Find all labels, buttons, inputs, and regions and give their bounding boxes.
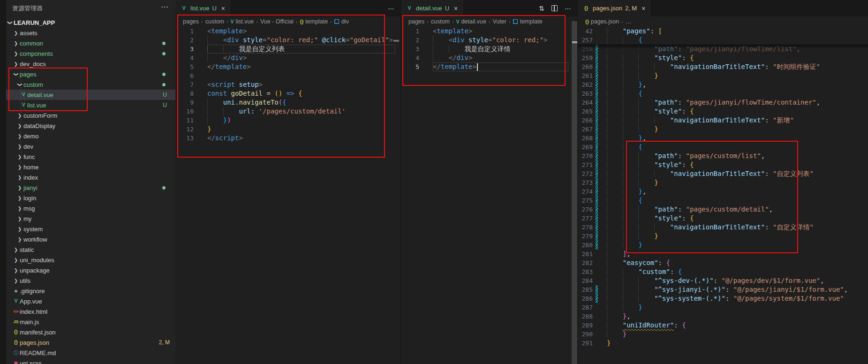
breadcrumb-item[interactable]: {}pages.json: [585, 18, 619, 25]
sidebar-item-README.md[interactable]: ⓘREADME.md: [6, 348, 175, 358]
code-line[interactable]: 268 },: [578, 134, 868, 143]
editor-group-divider[interactable]: [577, 0, 578, 364]
sidebar-item-customForm[interactable]: ❯customForm: [6, 110, 175, 121]
sidebar-item-jianyi[interactable]: ❯jianyi: [6, 182, 175, 193]
code-line[interactable]: 283 "custom": {: [578, 267, 868, 276]
sidebar-item-detail.vue[interactable]: Vdetail.vueU: [6, 90, 175, 100]
breadcrumb-item[interactable]: Vue - Official: [260, 18, 294, 25]
sidebar-item-pages[interactable]: ❯pages: [6, 69, 175, 79]
sidebar-item-main.js[interactable]: JSmain.js: [6, 317, 175, 327]
breadcrumb-item[interactable]: div: [334, 18, 349, 25]
code-line[interactable]: 276 "path": "pages/custom/detail",: [578, 205, 868, 214]
breadcrumb-item[interactable]: pages: [183, 18, 199, 25]
code-line[interactable]: 270 "path": "pages/custom/list",: [578, 152, 868, 160]
code-line[interactable]: 260 "navigationBarTitleText": "时间组件验证": [578, 62, 868, 71]
code-line[interactable]: 8const goDetail = () => {: [175, 89, 401, 98]
sidebar-item-msg[interactable]: ❯msg: [6, 203, 175, 213]
more-actions-icon[interactable]: ⋯: [565, 5, 571, 12]
code-line[interactable]: 2 <div style="color: red;" @click="goDet…: [175, 36, 401, 45]
code-line[interactable]: 291}: [578, 339, 868, 348]
code-line[interactable]: 287 }: [578, 303, 868, 312]
code-line[interactable]: 285 "^sys-jianyi-(.*)": "@/pages/jianyi/…: [578, 285, 868, 294]
sidebar-item-system[interactable]: ❯system: [6, 224, 175, 234]
sidebar-item-my[interactable]: ❯my: [6, 213, 175, 224]
code-line[interactable]: 263 {: [578, 89, 868, 98]
code-line[interactable]: 261 }: [578, 71, 868, 80]
sidebar-item-workflow[interactable]: ❯workflow: [6, 234, 175, 244]
code-line[interactable]: 3 我是自定义详情: [401, 45, 578, 53]
code-line[interactable]: 271 "style": {: [578, 160, 868, 169]
sidebar-item-dataDisplay[interactable]: ❯dataDisplay: [6, 121, 175, 131]
breadcrumb-item[interactable]: Vuter: [493, 18, 506, 25]
code-line[interactable]: 11 }): [175, 116, 401, 125]
code-line[interactable]: 286 "^sys-system-(.*)": "@/pages/system/…: [578, 294, 868, 303]
close-icon[interactable]: ×: [454, 5, 458, 12]
code-line[interactable]: 290 }: [578, 330, 868, 339]
code-line[interactable]: 4 </div>: [401, 53, 578, 62]
sidebar-item-custom[interactable]: ❯custom: [6, 79, 175, 90]
code-line[interactable]: 5</template>: [175, 62, 401, 71]
code-line[interactable]: 269 {: [578, 143, 868, 152]
sidebar-item-list.vue[interactable]: Vlist.vueU: [6, 100, 175, 110]
code-line[interactable]: 13</script>: [175, 134, 401, 143]
sidebar-item-unpackage[interactable]: ❯unpackage: [6, 265, 175, 275]
breadcrumb-item[interactable]: custom: [205, 18, 224, 25]
more-actions-icon[interactable]: ⋯: [388, 5, 394, 12]
sidebar-item-.gitignore[interactable]: ◆.gitignore: [6, 286, 175, 296]
sidebar-item-common[interactable]: ❯common: [6, 38, 175, 48]
close-icon[interactable]: ×: [221, 5, 225, 12]
code-line[interactable]: 1<template>: [175, 27, 401, 36]
code-line[interactable]: 264 "path": "pages/jianyi/flowTime/conta…: [578, 98, 868, 107]
code-line[interactable]: 274 },: [578, 187, 868, 196]
code-line[interactable]: 4 </div>: [175, 53, 401, 62]
sidebar-item-manifest.json[interactable]: {}manifest.json: [6, 327, 175, 337]
code-line[interactable]: 258 "path": "pages/jianyi/flowTime/list"…: [578, 45, 868, 53]
tab-list-vue[interactable]: Vlist.vueU×: [175, 0, 230, 16]
code-line[interactable]: 3 我是自定义列表: [175, 45, 401, 53]
code-line[interactable]: 282 "easycom": {: [578, 258, 868, 267]
sidebar-item-demo[interactable]: ❯demo: [6, 131, 175, 141]
split-editor-icon[interactable]: [551, 5, 558, 11]
sidebar-item-uni.scss[interactable]: ≋uni.scss: [6, 358, 175, 364]
breadcrumb-item[interactable]: pages: [408, 18, 424, 25]
sidebar-item-index[interactable]: ❯index: [6, 172, 175, 182]
code-line[interactable]: 1<template>: [401, 27, 578, 36]
code-line[interactable]: 284 "^sys-dev-(.*)": "@/pages/dev/$1/for…: [578, 276, 868, 285]
sidebar-item-App.vue[interactable]: VApp.vue: [6, 296, 175, 306]
code-line[interactable]: 280 }: [578, 241, 868, 250]
sidebar-item-dev_docs[interactable]: ❯dev_docs: [6, 59, 175, 69]
breadcrumb-item[interactable]: {}template: [300, 18, 328, 25]
code-line[interactable]: 42 "pages": [: [578, 27, 868, 36]
breadcrumb-item[interactable]: Vdetail.vue: [456, 18, 486, 25]
code-line[interactable]: 12}: [175, 125, 401, 134]
sidebar-item-static[interactable]: ❯static: [6, 244, 175, 255]
sidebar-item-uni_modules[interactable]: ❯uni_modules: [6, 255, 175, 265]
code-line[interactable]: 281 ],: [578, 250, 868, 258]
breadcrumb-item[interactable]: custom: [431, 18, 450, 25]
sidebar-item-assets[interactable]: ❯assets: [6, 28, 175, 38]
code-line[interactable]: 267 }: [578, 125, 868, 134]
sidebar-item-utils[interactable]: ❯utils: [6, 275, 175, 286]
code-line[interactable]: 288 },: [578, 312, 868, 321]
sidebar-item-func[interactable]: ❯func: [6, 152, 175, 162]
tab-detail-vue[interactable]: Vdetail.vueU×: [401, 0, 463, 16]
explorer-more-icon[interactable]: ⋯: [161, 2, 169, 11]
breadcrumb-item[interactable]: …: [626, 18, 632, 25]
breadcrumb-item[interactable]: template: [513, 18, 543, 25]
sidebar-item-login[interactable]: ❯login: [6, 193, 175, 203]
sidebar-item-root[interactable]: ❯ LEARUN_APP: [6, 17, 175, 28]
sidebar-item-home[interactable]: ❯home: [6, 162, 175, 172]
compare-changes-icon[interactable]: ⇅: [539, 5, 544, 12]
close-icon[interactable]: ×: [642, 5, 645, 12]
code-line[interactable]: 273 }: [578, 178, 868, 187]
code-line[interactable]: 277 "style": {: [578, 214, 868, 223]
code-line[interactable]: 279 }: [578, 232, 868, 241]
sidebar-item-pages.json[interactable]: {}pages.json2, M: [6, 337, 175, 348]
code-line[interactable]: 257 {: [578, 36, 868, 45]
code-line[interactable]: 265 "style": {: [578, 107, 868, 116]
code-line[interactable]: 259 "style": {: [578, 53, 868, 62]
code-line[interactable]: 2 <div style="color: red;">: [401, 36, 578, 45]
code-line[interactable]: 272 "navigationBarTitleText": "自定义列表": [578, 169, 868, 178]
code-line[interactable]: 275 {: [578, 196, 868, 205]
code-line[interactable]: 278 "navigationBarTitleText": "自定义详情": [578, 223, 868, 232]
